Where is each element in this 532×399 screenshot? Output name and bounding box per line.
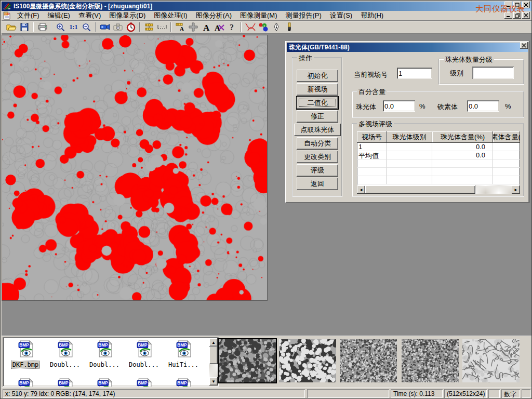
timer-button[interactable] [124,21,137,33]
svg-text:DOC: DOC [5,13,10,16]
scrollbar-thumb[interactable] [365,185,475,194]
menu-item-image-measure[interactable]: 图像测量(M) [236,10,282,21]
scroll-left-icon[interactable]: ◄ [357,185,365,194]
scroll-up-icon[interactable]: ▲ [209,338,218,347]
font-delete-button[interactable]: A [212,21,225,33]
menu-item-settings[interactable]: 设置(S) [326,10,356,21]
zoom-out-button[interactable] [80,21,93,33]
help-icon: ? [229,23,235,32]
ferrite-unit: % [505,102,511,110]
menu-item-help[interactable]: 帮助(H) [356,10,388,21]
return-button[interactable]: 返回 [297,178,338,190]
thumbnail-2[interactable] [279,339,336,382]
processing-time: Time (s): 0.113 [391,389,443,398]
micrograph-canvas[interactable] [2,35,268,301]
file-item-partial[interactable] [7,378,44,387]
table-horizontal-scrollbar: ◄ ► [357,185,520,194]
zoom-in-button[interactable] [54,21,67,33]
thumbnail-5[interactable] [462,339,520,382]
cell-content: 0.0 [432,151,493,159]
print-button[interactable] [36,21,49,33]
document-icon[interactable]: DOC [3,11,11,20]
font-button[interactable]: A [200,21,212,33]
file-item[interactable]: HuiTi... [165,340,202,369]
dialog-close-icon[interactable] [520,42,528,49]
video-capture-button[interactable] [98,21,111,33]
actual-size-button[interactable]: 1:1 [67,21,80,33]
current-field-input[interactable] [397,68,432,79]
rating-table-header: 视场号 珠光体级别 珠光体含量(%) 铁素体含量(%) [357,131,520,143]
vendor-watermark: 大同仪器仪表 [475,4,525,14]
bmp-file-icon [17,340,34,357]
snapshot-button[interactable] [111,21,124,33]
dialog-title-bar[interactable]: 珠光体(GB/T9441-88) [287,43,528,52]
bmp-file-icon [175,340,192,357]
auto-classify-button[interactable]: 自动分类 [297,137,338,150]
save-button[interactable] [18,21,31,33]
pearlite-label: 珠光体 [356,102,376,112]
curve-button[interactable] [244,21,257,33]
scroll-down-icon[interactable]: ▼ [209,377,218,385]
rate-button[interactable]: 评级 [297,164,338,177]
move-cross-button[interactable] [187,21,200,33]
open-button[interactable] [5,21,18,33]
brush-button[interactable] [283,21,296,33]
file-item-partial[interactable] [46,378,84,387]
ruler-icon [157,24,167,30]
file-item[interactable]: Doubl... [46,340,84,369]
cell-content: 0.0 [432,143,493,151]
file-item-partial[interactable] [125,378,163,387]
timer-icon [126,22,136,32]
binarize-button[interactable]: 二值化 [297,97,338,109]
window-title: IS100显微摄像系统(金相分析版) - [zhuguangti01] [14,2,152,11]
app-icon [3,2,11,10]
image-size: (512x512x24) [444,389,487,398]
initialize-button[interactable]: 初始化 [297,70,338,82]
menu-item-image-analysis[interactable]: 图像分析(A) [192,10,236,21]
menu-item-report[interactable]: 测量报告(P) [281,10,325,21]
toolbar-separator [95,22,96,32]
pen-button[interactable] [270,21,283,33]
menu-item-image-display[interactable]: 图像显示(D) [105,10,150,21]
menu-bar: DOC 文件(F) 编辑(E) 查看(V) 图像显示(D) 图像处理(I) 图像… [2,11,531,21]
menu-item-edit[interactable]: 编辑(E) [44,10,74,21]
toolbar-separator [170,22,171,32]
font-icon: A [202,23,210,32]
file-item[interactable]: Doubl... [86,340,123,369]
markers-button[interactable]: 3 [257,21,270,33]
measure-text-button[interactable]: A [174,21,187,33]
menu-item-image-process[interactable]: 图像处理(I) [150,10,191,21]
menu-item-view[interactable]: 查看(V) [74,10,105,21]
current-field-label: 当前视场号 [354,70,388,79]
col-pearlite-grade: 珠光体级别 [387,131,432,143]
svg-text:A: A [203,23,210,32]
status-bar: x: 510 y: 79 idx: 0 RGB: (174, 174, 174)… [2,388,531,398]
caliper-measure-button[interactable] [142,21,155,33]
scrollbar-track[interactable] [475,185,512,194]
file-item[interactable]: Doubl... [125,340,163,369]
thumbnail-4[interactable] [402,339,459,382]
change-class-button[interactable]: 更改类别 [297,151,338,163]
ferrite-percent-input[interactable] [467,100,499,112]
file-item-partial[interactable] [165,378,202,387]
thumbnail-1[interactable] [219,339,276,382]
ruler-measure-button[interactable] [155,21,168,33]
file-item[interactable]: DKF.bmp [7,340,44,369]
scrollbar-thumb[interactable] [209,347,218,364]
pearlite-percent-input[interactable] [383,100,415,112]
scroll-right-icon[interactable]: ► [512,185,520,194]
level-input[interactable] [472,66,514,79]
file-item-partial[interactable] [86,378,123,387]
correct-button[interactable]: 修正 [297,110,338,123]
menu-item-file[interactable]: 文件(F) [13,10,44,21]
cell-field: 1 [357,143,387,151]
thumbnail-3[interactable] [340,339,397,382]
table-row[interactable]: 1 0.0 [357,143,520,151]
move-cross-icon [189,22,198,32]
table-row-empty [357,159,520,168]
table-row[interactable]: 平均值 0.0 [357,151,520,159]
new-field-button[interactable]: 新视场 [297,83,338,96]
help-button[interactable]: ? [225,21,238,33]
pick-pearlite-button[interactable]: 点取珠光体 [294,124,341,136]
svg-text:3: 3 [263,24,265,28]
